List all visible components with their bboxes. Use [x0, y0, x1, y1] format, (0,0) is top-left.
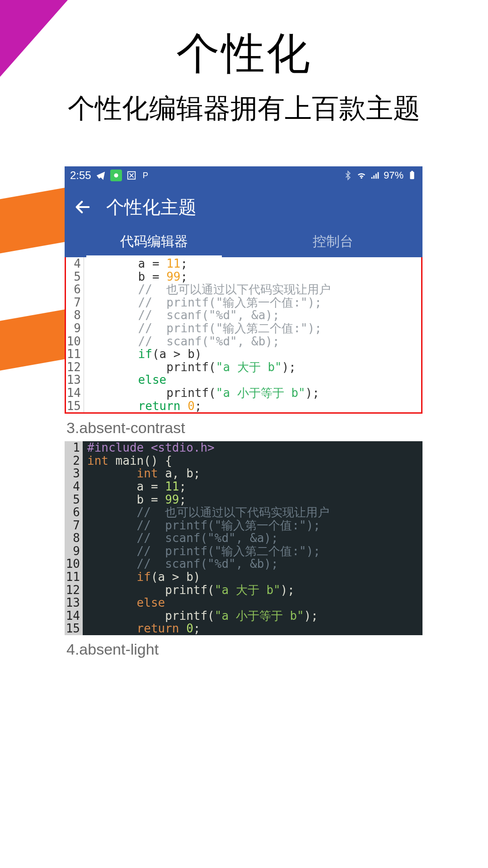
bluetooth-icon: [343, 170, 353, 180]
code-line: // printf("输入第二个值:");: [84, 322, 322, 335]
line-number: 14: [66, 387, 84, 400]
battery-icon: [407, 170, 417, 180]
code-line: // scanf("%d", &b);: [84, 335, 280, 348]
code-line: b = 99;: [83, 493, 186, 506]
code-line: // 也可以通过以下代码实现让用户: [84, 283, 331, 296]
camera-icon: [110, 170, 122, 181]
line-number: 6: [65, 506, 83, 519]
line-number: 15: [66, 400, 84, 413]
status-time: 2:55: [70, 169, 91, 182]
appbar-title: 个性化主题: [106, 195, 197, 220]
svg-rect-4: [411, 171, 413, 172]
status-bar-right: 97%: [343, 170, 417, 181]
signal-icon: [370, 170, 380, 180]
cross-box-icon: [127, 170, 136, 180]
line-number: 9: [65, 545, 83, 558]
line-number: 2: [65, 454, 83, 467]
code-line: #include <stdio.h>: [83, 441, 215, 454]
line-number: 5: [65, 493, 83, 506]
theme-label-3: 3.absent-contrast: [65, 414, 422, 441]
line-number: 5: [66, 270, 84, 283]
battery-percent: 97%: [384, 170, 404, 181]
code-line: // 也可以通过以下代码实现让用户: [83, 506, 329, 519]
hero: 个性化 个性化编辑器拥有上百款主题: [0, 0, 488, 127]
code-line: // printf("输入第一个值:");: [83, 519, 320, 532]
code-line: printf("a 小于等于 b");: [83, 609, 318, 623]
svg-text:P: P: [142, 170, 148, 180]
code-line: int main() {: [83, 454, 172, 467]
decor-bar-orange-2: [0, 308, 72, 374]
code-line: b = 99;: [84, 270, 188, 283]
code-line: // printf("输入第二个值:");: [83, 545, 320, 558]
tab-console[interactable]: 控制台: [244, 225, 422, 257]
svg-rect-3: [410, 172, 414, 179]
line-number: 11: [66, 348, 84, 361]
code-line: if(a > b): [83, 571, 200, 584]
code-line: printf("a 小于等于 b");: [84, 387, 319, 400]
code-line: // scanf("%d", &b);: [83, 557, 278, 571]
line-number: 13: [65, 596, 83, 609]
code-line: return 0;: [83, 622, 200, 635]
line-number: 1: [65, 441, 83, 454]
svg-point-0: [114, 173, 118, 177]
line-number: 12: [66, 361, 84, 374]
telegram-icon: [96, 170, 106, 180]
code-line: // scanf("%d", &a);: [83, 532, 278, 545]
code-line: if(a > b): [84, 348, 202, 361]
line-number: 12: [65, 584, 83, 597]
code-line: printf("a 大于 b");: [83, 584, 295, 597]
code-line: // scanf("%d", &a);: [84, 309, 280, 322]
line-number: 8: [66, 309, 84, 322]
code-line: a = 11;: [84, 257, 188, 270]
line-number: 13: [66, 373, 84, 387]
line-number: 8: [65, 532, 83, 545]
code-line: int a, b;: [83, 467, 200, 480]
line-number: 10: [66, 335, 84, 348]
code-line: printf("a 大于 b");: [84, 361, 296, 374]
p-icon: P: [141, 170, 151, 180]
code-line: // printf("输入第一个值:");: [84, 296, 322, 309]
theme-label-4: 4.absent-light: [65, 635, 422, 663]
tab-code-editor[interactable]: 代码编辑器: [65, 225, 244, 257]
code-preview-dark: 1#include <stdio.h> 2int main() { 3 int …: [65, 441, 422, 635]
hero-subtitle: 个性化编辑器拥有上百款主题: [0, 90, 488, 127]
line-number: 4: [65, 480, 83, 493]
line-number: 4: [66, 257, 84, 270]
line-number: 10: [65, 557, 83, 571]
line-number: 15: [65, 622, 83, 635]
code-line: else: [84, 373, 166, 387]
line-number: 7: [66, 296, 84, 309]
code-line: return 0;: [84, 400, 202, 413]
status-bar-left: 2:55 P: [70, 169, 151, 182]
app-bar: 个性化主题 代码编辑器 控制台: [65, 184, 422, 257]
code-line: a = 11;: [83, 480, 186, 493]
line-number: 11: [65, 571, 83, 584]
phone-frame: 2:55 P 97%: [65, 166, 422, 663]
decor-bar-orange-1: [0, 186, 72, 256]
line-number: 9: [66, 322, 84, 335]
wifi-icon: [357, 170, 366, 180]
line-number: 3: [65, 467, 83, 480]
line-number: 7: [65, 519, 83, 532]
hero-title: 个性化: [0, 25, 488, 84]
tabs: 代码编辑器 控制台: [65, 225, 422, 257]
code-line: else: [83, 596, 165, 609]
line-number: 6: [66, 283, 84, 296]
code-preview-light: 4 a = 11; 5 b = 99; 6 // 也可以通过以下代码实现让用户 …: [65, 257, 422, 414]
status-bar: 2:55 P 97%: [65, 166, 422, 184]
back-button[interactable]: [74, 198, 92, 216]
line-number: 14: [65, 609, 83, 623]
